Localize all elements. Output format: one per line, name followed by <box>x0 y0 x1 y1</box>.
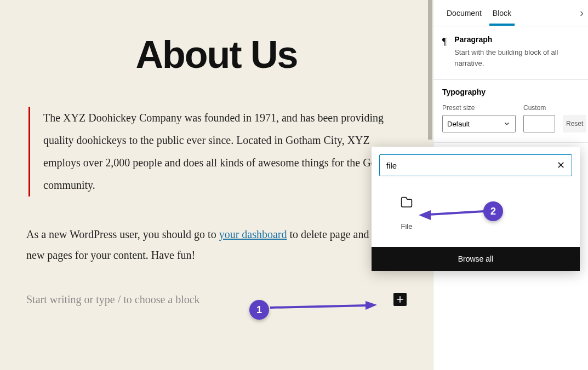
paragraph-icon: ¶ <box>442 36 447 68</box>
custom-size-input[interactable] <box>523 115 555 132</box>
quote-block[interactable]: The XYZ Doohickey Company was founded in… <box>28 107 407 196</box>
tab-block[interactable]: Block <box>487 0 517 26</box>
preset-size-value: Default <box>447 120 470 128</box>
chevron-down-icon <box>503 120 511 128</box>
svg-marker-3 <box>419 210 431 220</box>
body-paragraph[interactable]: As a new WordPress user, you should go t… <box>26 224 407 265</box>
editor-canvas: About Us The XYZ Doohickey Company was f… <box>0 0 433 370</box>
quote-text: The XYZ Doohickey Company was founded in… <box>43 107 407 196</box>
reset-button[interactable]: Reset <box>563 115 586 132</box>
clear-search-icon[interactable]: ✕ <box>557 159 565 171</box>
scrollbar[interactable] <box>428 0 432 140</box>
file-icon <box>399 195 414 210</box>
search-input[interactable] <box>386 161 557 170</box>
block-search-field[interactable]: ✕ <box>379 154 572 176</box>
preset-size-label: Preset size <box>442 104 516 112</box>
annotation-badge-2: 2 <box>483 201 503 221</box>
close-icon[interactable]: › <box>580 7 584 19</box>
plus-icon <box>395 294 406 305</box>
svg-line-2 <box>429 211 484 215</box>
block-option-label: File <box>379 222 434 230</box>
block-type-desc: Start with the building block of all nar… <box>454 47 579 68</box>
custom-size-label: Custom <box>523 104 555 112</box>
page-title[interactable]: About Us <box>26 33 407 77</box>
preset-size-select[interactable]: Default <box>442 115 516 132</box>
annotation-badge-1: 1 <box>249 300 269 320</box>
block-info-panel: ¶ Paragraph Start with the building bloc… <box>433 26 588 80</box>
block-type-title: Paragraph <box>454 35 579 44</box>
body-text-before: As a new WordPress user, you should go t… <box>26 228 219 240</box>
typography-panel: Typography Preset size Default Custom Re… <box>433 80 588 143</box>
svg-marker-1 <box>366 301 377 310</box>
browse-all-button[interactable]: Browse all <box>372 247 580 271</box>
sidebar-tabs: Document Block › <box>433 0 588 26</box>
typography-heading[interactable]: Typography <box>442 88 579 96</box>
annotation-arrow-2 <box>419 207 484 220</box>
annotation-arrow-1 <box>270 301 377 314</box>
tab-document[interactable]: Document <box>441 0 487 26</box>
dashboard-link[interactable]: your dashboard <box>219 228 287 240</box>
placeholder-text: Start writing or type / to choose a bloc… <box>26 293 200 306</box>
add-block-button[interactable] <box>393 293 407 306</box>
svg-line-0 <box>270 305 368 308</box>
